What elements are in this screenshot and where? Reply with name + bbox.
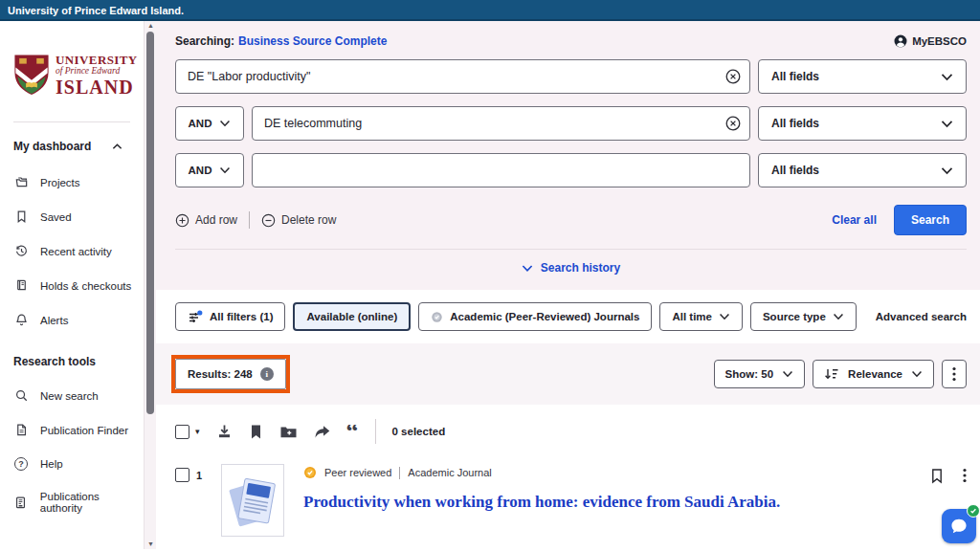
sort-dropdown[interactable]: Relevance (813, 360, 934, 388)
search-button[interactable]: Search (894, 205, 967, 235)
university-banner: University of Prince Edward Island. (0, 0, 980, 21)
bookmark-icon (13, 209, 29, 224)
chat-button[interactable] (942, 509, 976, 543)
field-select-2[interactable]: All fields (758, 106, 967, 141)
kebab-icon (952, 366, 956, 382)
search-row-2: AND All fields (175, 106, 967, 141)
operator-select-3[interactable]: AND (175, 153, 244, 187)
chevron-down-icon (719, 313, 730, 320)
sidebar-item-saved[interactable]: Saved (13, 207, 144, 227)
searching-label: Searching:Business Source Complete (175, 34, 387, 48)
myebsco-button[interactable]: MyEBSCO (894, 34, 967, 48)
chevron-down-icon (782, 370, 793, 378)
person-icon (894, 34, 907, 48)
upei-crest-icon (13, 54, 50, 97)
field-select-3[interactable]: All fields (758, 153, 967, 187)
divider (249, 211, 250, 229)
cite-icon[interactable]: “ (346, 425, 359, 438)
research-tools-header: Research tools (13, 355, 144, 368)
search-panel: Searching:Business Source Complete MyEBS… (156, 21, 980, 290)
sidebar-item-recent-activity[interactable]: Recent activity (13, 241, 144, 261)
show-per-page-dropdown[interactable]: Show: 50 (714, 360, 805, 388)
clear-term-1-button[interactable] (725, 69, 741, 84)
database-link[interactable]: Business Source Complete (238, 34, 387, 48)
plus-circle-icon (175, 213, 189, 228)
check-badge-icon (967, 504, 980, 518)
bell-icon (13, 313, 29, 327)
advanced-search-link[interactable]: Advanced search (876, 311, 967, 322)
search-term-input-1[interactable] (175, 59, 750, 94)
all-filters-chip[interactable]: All filters (1) (175, 302, 285, 331)
search-icon (13, 388, 29, 403)
field-select-1[interactable]: All fields (758, 59, 967, 94)
select-dropdown-caret[interactable]: ▾ (195, 428, 200, 436)
divider (375, 419, 376, 444)
share-icon[interactable] (314, 425, 330, 439)
bookmark-icon[interactable] (249, 424, 263, 440)
sidebar-divider (13, 121, 130, 122)
filter-sliders-icon (188, 310, 203, 324)
search-term-input-3[interactable] (252, 153, 750, 187)
chevron-down-icon (941, 166, 953, 175)
sidebar-item-projects[interactable]: Projects (13, 172, 144, 192)
chevron-down-icon (941, 120, 953, 128)
chevron-down-icon (911, 370, 923, 378)
sidebar: UNIVERSITY of Prince Edward ISLAND My da… (0, 21, 144, 549)
chat-bubble-icon (948, 516, 969, 537)
result-title-link[interactable]: Productivity when working from home: evi… (303, 493, 930, 512)
clear-term-2-button[interactable] (725, 116, 741, 131)
holds-icon (13, 278, 29, 293)
add-row-button[interactable]: Add row (175, 213, 237, 228)
sidebar-item-publication-finder[interactable]: Publication Finder (13, 420, 144, 440)
highlight-annotation-box: Results: 248 i (171, 355, 290, 393)
page-scrollbar: ▲ ▼ (144, 21, 156, 549)
chevron-down-icon (219, 120, 231, 127)
peer-reviewed-label: Peer reviewed (324, 467, 391, 478)
dashboard-section-toggle[interactable]: My dashboard (13, 140, 144, 153)
result-item: 1 Peer reviewed (156, 454, 980, 537)
available-online-chip[interactable]: Available (online) (293, 302, 411, 331)
selected-count: 0 selected (392, 426, 446, 437)
seal-icon (431, 311, 443, 323)
operator-select-2[interactable]: AND (175, 106, 244, 141)
result-checkbox[interactable] (175, 468, 189, 482)
search-row-3: AND All fields (175, 153, 967, 187)
sidebar-item-new-search[interactable]: New search (13, 386, 144, 406)
more-options-button[interactable] (942, 360, 967, 388)
upei-logo[interactable]: UNIVERSITY of Prince Edward ISLAND (13, 54, 144, 97)
chevron-down-icon (219, 166, 231, 174)
sidebar-item-help[interactable]: ? Help (13, 454, 144, 474)
chevron-down-icon (833, 313, 844, 320)
publication-icon (13, 423, 29, 437)
filter-bar: All filters (1) Available (online) Acade… (156, 290, 980, 343)
all-time-dropdown[interactable]: All time (659, 302, 743, 331)
select-all-checkbox[interactable] (175, 425, 189, 439)
projects-icon (13, 175, 29, 189)
sort-icon (824, 367, 839, 381)
authority-icon (13, 496, 29, 510)
bulk-action-toolbar: ▾ “ 0 selected (156, 405, 980, 454)
info-icon[interactable]: i (260, 367, 274, 381)
gold-medal-icon (303, 466, 317, 479)
divider (399, 467, 400, 479)
source-type-label: Academic Journal (408, 467, 491, 478)
results-header: Results: 248 i Show: 50 Relevance (156, 343, 980, 405)
download-icon[interactable] (216, 424, 233, 440)
chevron-down-icon (941, 73, 953, 81)
source-type-dropdown[interactable]: Source type (750, 302, 857, 331)
results-count: Results: 248 i (175, 359, 286, 389)
search-history-toggle[interactable]: Search history (175, 250, 967, 290)
minus-circle-icon (261, 213, 276, 228)
sidebar-item-publications-authority[interactable]: Publications authority (13, 488, 144, 517)
search-term-input-2[interactable] (252, 106, 750, 141)
sidebar-item-holds-checkouts[interactable]: Holds & checkouts (13, 276, 144, 296)
sidebar-item-alerts[interactable]: Alerts (13, 310, 144, 330)
journal-thumbnail[interactable] (221, 464, 284, 537)
add-to-folder-icon[interactable] (279, 425, 298, 439)
scrollbar-thumb[interactable] (146, 32, 154, 414)
clear-all-button[interactable]: Clear all (832, 213, 877, 227)
delete-row-button[interactable]: Delete row (261, 213, 336, 228)
chevron-up-icon (112, 143, 122, 150)
result-number: 1 (196, 468, 202, 481)
peer-reviewed-journals-chip[interactable]: Academic (Peer-Reviewed) Journals (418, 302, 652, 331)
